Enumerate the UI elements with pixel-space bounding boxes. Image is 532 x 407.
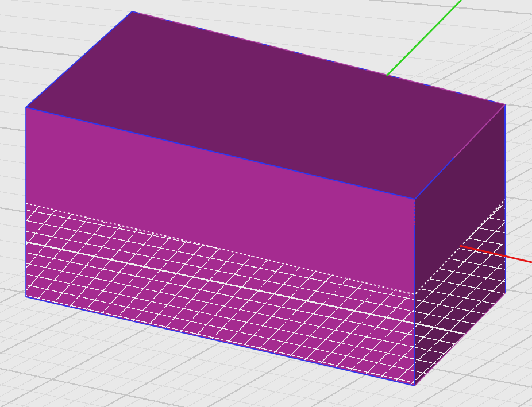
edge-back-right-vertical <box>505 104 506 293</box>
scene-canvas[interactable] <box>0 0 532 407</box>
cad-3d-viewport[interactable] <box>0 0 532 407</box>
